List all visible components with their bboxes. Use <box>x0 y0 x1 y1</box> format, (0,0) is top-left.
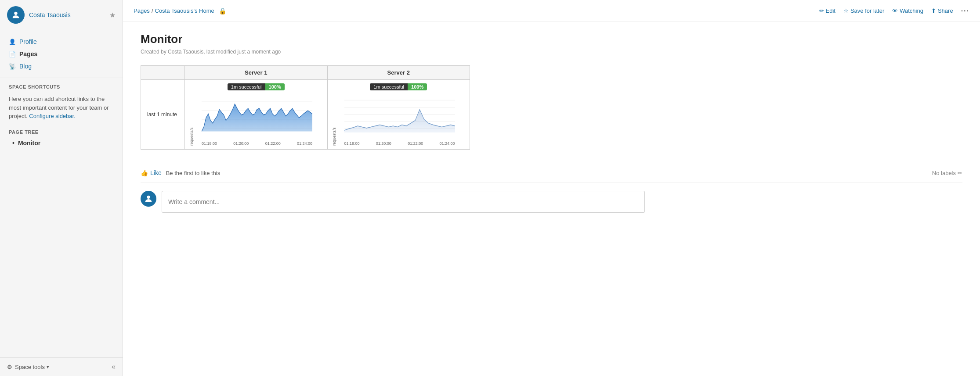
svg-marker-10 <box>202 104 312 132</box>
comment-user-avatar <box>141 191 156 207</box>
breadcrumb: Pages / Costa Tsaousis's Home 🔒 <box>134 7 226 14</box>
page-tree-item-monitor[interactable]: Monitor <box>0 137 123 149</box>
pages-icon: 📄 <box>9 51 16 57</box>
labels-edit-icon[interactable]: ✏ <box>958 170 962 176</box>
profile-icon: 👤 <box>9 39 16 45</box>
server2-badge-row: 1m successful 100% <box>332 83 466 90</box>
like-button[interactable]: 👍 Like <box>141 169 162 176</box>
like-left: 👍 Like Be the first to like this <box>141 169 220 176</box>
server1-badge-green: 100% <box>265 83 285 90</box>
star-icon[interactable]: ★ <box>109 11 116 19</box>
page-tree-section: PAGE TREE Monitor <box>0 125 123 149</box>
server2-chart: requests/s 7.00 6.00 5.00 <box>332 93 455 146</box>
top-actions: ✏ Edit ☆ Save for later 👁 Watching ⬆ Sha… <box>819 7 970 15</box>
server2-y-axis-label: requests/s <box>332 93 337 146</box>
sidebar-item-blog-label: Blog <box>19 63 32 70</box>
sidebar-user-header: Costa Tsaousis ★ <box>0 0 123 30</box>
server1-chart: requests/s 20.0 15.0 <box>189 93 312 146</box>
like-text: Be the first to like this <box>166 170 221 176</box>
dropdown-arrow-icon: ▾ <box>47 364 49 370</box>
space-shortcuts-title: SPACE SHORTCUTS <box>0 78 123 92</box>
edit-pencil-icon: ✏ <box>819 7 824 14</box>
thumbs-up-icon: 👍 <box>141 169 148 176</box>
sidebar-item-pages-label: Pages <box>19 50 37 57</box>
sidebar: Costa Tsaousis ★ 👤 Profile 📄 Pages 📡 Blo… <box>0 0 123 376</box>
server2-badge-green: 100% <box>408 83 427 90</box>
monitor-table: Server 1 Server 2 last 1 minute 1m succe… <box>141 65 470 150</box>
sidebar-bottom: ⚙ Space tools ▾ « <box>0 357 123 376</box>
collapse-sidebar-button[interactable]: « <box>112 363 116 371</box>
svg-marker-22 <box>344 110 455 133</box>
space-shortcuts-text: Here you can add shortcut links to the m… <box>0 92 123 125</box>
page-tree-title: PAGE TREE <box>0 125 123 137</box>
server1-chart-svg: 20.0 15.0 10.0 5.0 0.0 <box>202 93 312 137</box>
breadcrumb-separator: / <box>152 7 153 14</box>
comment-input[interactable] <box>162 191 645 213</box>
space-tools-button[interactable]: ⚙ Space tools ▾ <box>7 364 49 370</box>
sidebar-item-profile-label: Profile <box>19 38 37 45</box>
server1-header: Server 1 <box>185 66 328 80</box>
avatar <box>7 6 25 24</box>
space-shortcuts-section: SPACE SHORTCUTS Here you can add shortcu… <box>0 78 123 125</box>
sidebar-item-blog[interactable]: 📡 Blog <box>0 60 123 72</box>
top-bar: Pages / Costa Tsaousis's Home 🔒 ✏ Edit ☆… <box>123 0 980 22</box>
sidebar-item-profile[interactable]: 👤 Profile <box>0 36 123 48</box>
like-section: 👍 Like Be the first to like this No labe… <box>141 163 962 183</box>
server1-x-labels: 01:18:00 01:20:00 01:22:00 01:24:00 <box>202 141 312 146</box>
breadcrumb-pages[interactable]: Pages <box>134 7 150 14</box>
server1-badge-row: 1m successful 100% <box>189 83 323 90</box>
eye-icon: 👁 <box>892 7 898 14</box>
server2-x-labels: 01:18:00 01:20:00 01:22:00 01:24:00 <box>344 141 455 146</box>
sidebar-item-pages[interactable]: 📄 Pages <box>0 48 123 60</box>
save-for-later-button[interactable]: ☆ Save for later <box>843 7 884 14</box>
server1-y-axis-label: requests/s <box>189 93 195 146</box>
server1-badge-dark: 1m successful <box>228 83 265 90</box>
breadcrumb-home[interactable]: Costa Tsaousis's Home <box>155 7 214 14</box>
row-label: last 1 minute <box>141 80 185 150</box>
share-icon: ⬆ <box>931 7 936 14</box>
bookmark-icon: ☆ <box>843 7 849 14</box>
lock-icon: 🔒 <box>219 7 226 14</box>
share-button[interactable]: ⬆ Share <box>931 7 953 14</box>
sidebar-username[interactable]: Costa Tsaousis <box>29 11 109 18</box>
svg-point-0 <box>14 12 17 15</box>
configure-sidebar-link[interactable]: Configure sidebar. <box>29 113 76 119</box>
main-content: Pages / Costa Tsaousis's Home 🔒 ✏ Edit ☆… <box>123 0 980 376</box>
server2-chart-cell: 1m successful 100% requests/s <box>327 80 470 150</box>
gear-icon: ⚙ <box>7 364 12 370</box>
page-meta: Created by Costa Tsaousis, last modified… <box>141 49 962 55</box>
comment-area <box>141 191 962 213</box>
edit-button[interactable]: ✏ Edit <box>819 7 835 14</box>
blog-icon: 📡 <box>9 63 16 70</box>
monitor-table-empty-header <box>141 66 185 80</box>
page-content-area: Monitor Created by Costa Tsaousis, last … <box>123 22 980 376</box>
server1-chart-cell: 1m successful 100% requests/s <box>185 80 328 150</box>
svg-point-23 <box>147 196 150 199</box>
server2-badge-dark: 1m successful <box>370 83 408 90</box>
page-title: Monitor <box>141 32 962 46</box>
server2-header: Server 2 <box>327 66 470 80</box>
sidebar-nav: 👤 Profile 📄 Pages 📡 Blog <box>0 30 123 78</box>
more-options-button[interactable]: ··· <box>961 7 969 15</box>
watching-button[interactable]: 👁 Watching <box>892 7 923 14</box>
no-labels: No labels ✏ <box>932 170 962 176</box>
server2-chart-svg: 7.00 6.00 5.00 4.00 3.00 2.00 <box>344 93 455 137</box>
